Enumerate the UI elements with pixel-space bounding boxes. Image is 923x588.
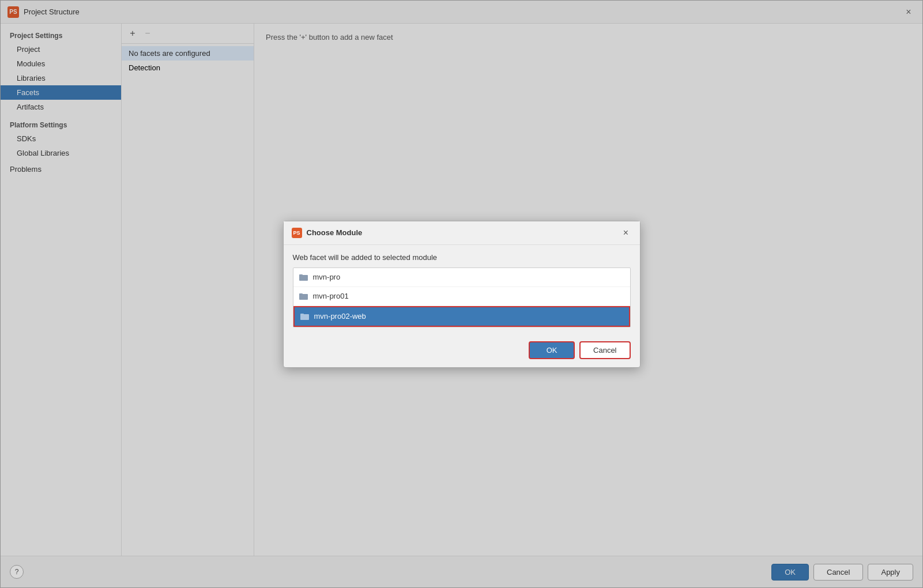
module-item-mvn-pro02-web[interactable]: mvn-pro02-web [293, 306, 630, 327]
folder-icon [300, 312, 310, 321]
dialog-subtitle: Web facet will be added to selected modu… [293, 253, 631, 262]
module-item-mvn-pro[interactable]: mvn-pro [293, 268, 630, 287]
dialog-buttons: OK Cancel [284, 336, 640, 367]
dialog-title-bar: PS Choose Module × [284, 221, 640, 245]
module-label: mvn-pro02-web [314, 312, 366, 321]
modal-overlay: PS Choose Module × Web facet will be add… [0, 0, 923, 588]
module-label: mvn-pro01 [313, 292, 349, 300]
choose-module-dialog: PS Choose Module × Web facet will be add… [283, 221, 641, 368]
folder-icon [299, 273, 308, 282]
folder-icon [299, 292, 308, 301]
dialog-title: Choose Module [307, 228, 620, 237]
svg-rect-3 [299, 293, 303, 295]
dialog-close-button[interactable]: × [620, 227, 632, 239]
module-item-mvn-pro01[interactable]: mvn-pro01 [293, 287, 630, 306]
module-label: mvn-pro [313, 273, 341, 281]
dialog-content: Web facet will be added to selected modu… [284, 245, 640, 336]
svg-rect-1 [299, 274, 303, 276]
module-list: mvn-pro mvn-pro01 mvn-pro02-we [293, 267, 631, 327]
dialog-cancel-button[interactable]: Cancel [579, 341, 630, 359]
dialog-app-icon: PS [292, 228, 302, 238]
svg-rect-5 [300, 314, 304, 315]
dialog-ok-button[interactable]: OK [529, 341, 575, 359]
